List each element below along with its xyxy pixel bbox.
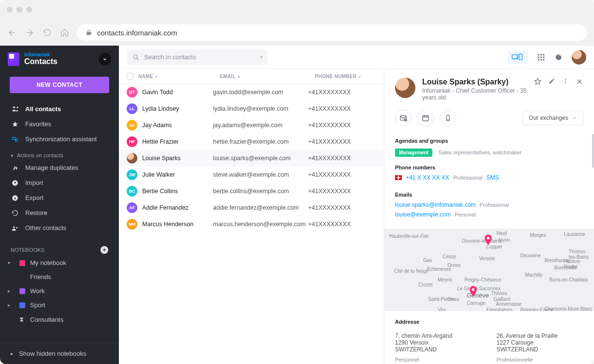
- search-input[interactable]: Search in contacts ▾: [127, 50, 267, 65]
- sync-icon: [11, 136, 19, 143]
- home-icon[interactable]: [59, 27, 70, 38]
- sidebar-item-import[interactable]: Import: [0, 175, 119, 190]
- add-notebook-button[interactable]: +: [100, 246, 108, 254]
- contact-row[interactable]: AFAddie Fernandezaddie.fernandez@exemple…: [119, 199, 384, 216]
- close-icon[interactable]: [576, 78, 583, 87]
- other-contacts-icon: [11, 225, 19, 232]
- sidebar-item-export[interactable]: Export: [0, 190, 119, 205]
- notebook-sport[interactable]: ▸Sport: [0, 298, 119, 312]
- sync-devices-button[interactable]: [508, 50, 528, 64]
- sms-link[interactable]: SMS: [486, 174, 499, 181]
- star-icon: [11, 121, 19, 128]
- contact-row[interactable]: LLLydia Lindseylydia.lindsey@exemple.com…: [119, 100, 384, 117]
- url-text: contacts.infomaniak.com: [97, 29, 177, 37]
- apps-grid-icon[interactable]: [537, 53, 545, 62]
- detail-name: Louise Sparks (Sparky): [422, 78, 527, 86]
- lock-icon: [85, 29, 92, 36]
- email-link-2[interactable]: louise@exemple.com: [395, 211, 451, 218]
- email-link-1[interactable]: louise.sparks@infomaniak.com: [395, 201, 476, 208]
- phone-link[interactable]: +41 X XX XX XX: [406, 174, 449, 181]
- brand-small: infomaniak: [24, 52, 57, 57]
- reload-icon[interactable]: [42, 27, 52, 38]
- contact-row[interactable]: HFHettie Frazierhettie.frazier@exemple.c…: [119, 133, 384, 150]
- user-avatar[interactable]: [572, 50, 586, 65]
- section-notebooks: NOTEBOOKS+: [0, 240, 119, 256]
- svg-point-0: [13, 106, 15, 108]
- settings-gear-icon[interactable]: [554, 53, 563, 62]
- contact-avatar: JW: [127, 169, 137, 180]
- notebook-friends[interactable]: Friends: [0, 270, 119, 284]
- svg-rect-2: [16, 139, 18, 141]
- back-icon[interactable]: [7, 27, 17, 38]
- window-titlebar: [0, 0, 594, 19]
- contact-row[interactable]: JWJulie Walkersteve.walker@exemple.com+4…: [119, 166, 384, 183]
- svg-rect-13: [541, 56, 542, 58]
- sidebar-item-all-contacts[interactable]: All contacts: [0, 101, 119, 116]
- contact-avatar: [127, 153, 137, 164]
- svg-point-27: [472, 288, 474, 291]
- sidebar-item-duplicates[interactable]: Manage duplicates: [0, 160, 119, 175]
- app-logo-icon: [8, 52, 19, 66]
- chevron-down-icon[interactable]: ▾: [260, 54, 263, 60]
- contact-row[interactable]: BCBertie Collinsbertie.collins@exemple.c…: [119, 183, 384, 199]
- sidebar-item-favorites[interactable]: Favorites: [0, 116, 119, 132]
- svg-rect-12: [538, 56, 539, 58]
- contacts-list: NAME▾ EMAIL▾ PHONE NUMBER▾ GTGavin Toddg…: [119, 69, 384, 364]
- svg-point-18: [565, 79, 566, 80]
- notebook-consultants[interactable]: ▸⧗Consultants: [0, 312, 119, 327]
- emails-header: Emails: [395, 192, 583, 198]
- edit-pencil-icon[interactable]: [548, 78, 555, 86]
- duplicates-icon: [11, 165, 19, 171]
- contact-detail-panel: Louise Sparks (Sparky) Infomaniak - Chie…: [384, 69, 594, 364]
- detail-avatar: [395, 78, 415, 98]
- contact-row[interactable]: Louise Sparkslouise.sparks@exemple.com+4…: [119, 150, 384, 166]
- address-professional: 26, Avenue de la Praille 1227 Carouge SW…: [496, 332, 583, 363]
- select-all-checkbox[interactable]: [127, 73, 133, 80]
- phone-button[interactable]: [440, 110, 456, 126]
- notebook-work[interactable]: ▸Work: [0, 284, 119, 298]
- col-header-email[interactable]: EMAIL▾: [220, 74, 315, 79]
- app-switcher-dropdown[interactable]: [99, 53, 111, 66]
- favorite-star-icon[interactable]: [534, 78, 542, 87]
- contact-avatar: JA: [127, 120, 137, 131]
- brand-name: Contacts: [24, 57, 57, 66]
- contact-row[interactable]: MHMarcus Hendersonmarcus.henderson@exemp…: [119, 216, 384, 232]
- our-exchanges-dropdown[interactable]: Our exchanges: [523, 111, 583, 125]
- svg-point-26: [487, 237, 489, 239]
- contact-row[interactable]: GTGavin Toddgavin.todd@exemple.com+41XXX…: [119, 84, 384, 100]
- notebook-my[interactable]: ▾My notebook: [0, 256, 119, 270]
- contact-row[interactable]: JAJay Adamsjay.adams@exemple.com+41XXXXX…: [119, 117, 384, 133]
- svg-rect-15: [538, 59, 539, 60]
- svg-point-19: [565, 81, 566, 82]
- phones-header: Phone numbers: [395, 165, 583, 170]
- swiss-flag-icon: [395, 175, 402, 180]
- window-close-dot[interactable]: [7, 7, 13, 13]
- col-header-phone[interactable]: PHONE NUMBER▾: [315, 74, 376, 79]
- sidebar-item-sync[interactable]: Synchronization assistant: [0, 132, 119, 147]
- tag-management[interactable]: Management: [395, 149, 432, 157]
- send-email-button[interactable]: [395, 110, 412, 126]
- svg-rect-10: [541, 54, 542, 55]
- svg-rect-23: [423, 116, 429, 121]
- more-vert-icon[interactable]: [562, 78, 569, 86]
- new-contact-button[interactable]: NEW CONTACT: [10, 77, 109, 93]
- show-hidden-notebooks[interactable]: ▸Show hidden notebooks: [0, 343, 119, 364]
- calendar-button[interactable]: [417, 110, 434, 126]
- address-map[interactable]: Genève Coppet Lausanne Vaud Chamonix-Mon…: [384, 229, 594, 311]
- contact-avatar: LL: [127, 103, 137, 114]
- contact-avatar: HF: [127, 136, 137, 147]
- col-header-name[interactable]: NAME▾: [138, 74, 220, 79]
- sidebar: infomaniak Contacts NEW CONTACT All cont…: [0, 46, 119, 364]
- restore-icon: [11, 210, 19, 216]
- export-icon: [11, 195, 19, 201]
- svg-rect-17: [543, 59, 544, 60]
- contact-avatar: BC: [127, 186, 137, 197]
- svg-point-6: [133, 54, 137, 58]
- section-actions[interactable]: ▾Actions on contacts: [0, 147, 119, 160]
- sidebar-item-restore[interactable]: Restore: [0, 205, 119, 220]
- window-max-dot[interactable]: [26, 7, 32, 13]
- window-min-dot[interactable]: [16, 7, 22, 13]
- sidebar-item-other[interactable]: Other contacts: [0, 220, 119, 235]
- url-bar[interactable]: contacts.infomaniak.com: [77, 24, 587, 41]
- forward-icon[interactable]: [24, 27, 35, 38]
